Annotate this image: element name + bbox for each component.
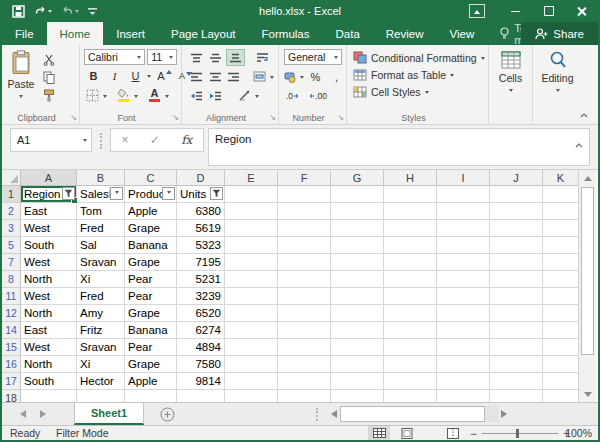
cell[interactable]: Amy [77,305,125,322]
row-number[interactable]: 11 [2,288,21,305]
cell[interactable]: Pear [125,288,177,305]
cell[interactable]: West [21,339,77,356]
font-size-select[interactable]: 11 [147,49,177,65]
enter-icon[interactable]: ✓ [150,133,160,147]
cell-styles-button[interactable]: Cell Styles [353,83,488,100]
cell[interactable] [225,390,278,402]
cell[interactable]: 5231 [177,271,225,288]
hscroll-right-icon[interactable] [499,406,513,422]
middle-align-icon[interactable] [207,50,224,65]
cell[interactable]: 3239 [177,288,225,305]
cell[interactable] [543,339,578,356]
scroll-down-icon[interactable] [584,392,592,401]
row-number[interactable]: 8 [2,271,21,288]
cell[interactable] [225,356,278,373]
page-layout-view-icon[interactable] [396,426,418,440]
cell[interactable]: Region [21,186,77,203]
tab-home[interactable]: Home [47,22,104,45]
cell[interactable]: Grape [125,356,177,373]
cell[interactable] [331,339,384,356]
cell[interactable]: North [21,271,77,288]
cell[interactable]: 5619 [177,220,225,237]
fill-color-dropdown-icon[interactable] [134,95,138,100]
cell[interactable] [177,390,225,402]
cell[interactable] [384,322,437,339]
column-header-G[interactable]: G [331,170,384,186]
cell[interactable] [490,271,543,288]
cell[interactable] [125,390,177,402]
underline-button[interactable]: U [126,68,145,84]
vertical-scroll-thumb[interactable] [581,187,594,355]
cell[interactable] [384,220,437,237]
row-number[interactable]: 5 [2,237,21,254]
cell[interactable]: 7580 [177,356,225,373]
cell[interactable] [225,220,278,237]
copy-icon[interactable] [40,70,57,85]
cell[interactable] [437,288,490,305]
close-button[interactable] [565,0,598,22]
cell[interactable] [437,373,490,390]
cell[interactable] [278,237,331,254]
cell[interactable]: Sravan [77,339,125,356]
minimize-button[interactable] [499,0,532,22]
column-header-A[interactable]: A [21,170,77,186]
page-break-view-icon[interactable] [442,426,464,440]
cell[interactable]: 7195 [177,254,225,271]
cell[interactable] [543,237,578,254]
cell[interactable] [331,390,384,402]
sheet-tab-sheet1[interactable]: Sheet1 [74,403,144,425]
cell[interactable] [225,373,278,390]
cell[interactable] [490,305,543,322]
cell[interactable] [437,339,490,356]
cell[interactable]: Apple [125,203,177,220]
cell[interactable]: Grape [125,305,177,322]
cell[interactable] [490,237,543,254]
align-right-icon[interactable] [226,69,243,84]
row-number[interactable]: 7 [2,254,21,271]
maximize-button[interactable] [532,0,565,22]
cell[interactable] [490,254,543,271]
cell[interactable] [543,373,578,390]
formula-input[interactable]: Region [208,128,590,166]
comma-style-button[interactable]: , [327,69,346,85]
decrease-indent-icon[interactable] [188,88,205,103]
cell[interactable]: East [21,203,77,220]
cell[interactable] [331,373,384,390]
italic-button[interactable]: I [105,68,124,84]
cell[interactable] [21,390,77,402]
clipboard-dialog-launcher-icon[interactable]: ↘ [70,114,77,122]
tab-formulas[interactable]: Formulas [249,22,323,45]
select-all-corner[interactable] [2,170,21,186]
normal-view-icon[interactable] [368,426,390,440]
format-as-table-button[interactable]: Format as Table [353,66,488,83]
cell[interactable] [225,186,278,203]
cell[interactable] [437,390,490,402]
cell[interactable] [331,203,384,220]
scroll-up-icon[interactable] [579,170,596,186]
cell[interactable]: Fred [77,220,125,237]
cell[interactable] [77,390,125,402]
cell[interactable] [225,271,278,288]
cell[interactable] [543,305,578,322]
zoom-slider[interactable] [482,433,558,434]
cell[interactable] [490,203,543,220]
cell[interactable] [384,271,437,288]
cell[interactable] [384,203,437,220]
cell[interactable]: North [21,305,77,322]
cell[interactable]: Banana [125,322,177,339]
column-header-J[interactable]: J [490,170,543,186]
cell[interactable] [225,203,278,220]
cell[interactable] [384,390,437,402]
collapse-ribbon-icon[interactable] [580,113,588,118]
cell[interactable] [543,356,578,373]
cell[interactable] [437,356,490,373]
borders-icon[interactable] [84,88,101,103]
cell[interactable] [278,322,331,339]
cell[interactable] [543,203,578,220]
cell[interactable] [331,305,384,322]
cell[interactable] [543,390,578,402]
cell[interactable]: 5323 [177,237,225,254]
merge-center-icon[interactable] [251,69,268,84]
cell[interactable] [225,305,278,322]
cell[interactable] [384,288,437,305]
